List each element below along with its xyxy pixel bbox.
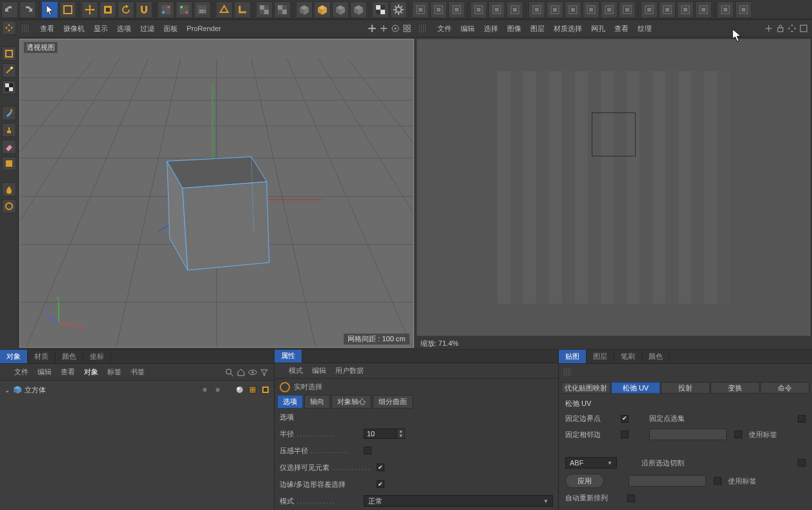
tab-materials[interactable]: 材质 (28, 350, 56, 363)
uv-menu[interactable]: 查看 (614, 24, 629, 34)
tab-coords[interactable]: 坐标 (83, 350, 111, 363)
viewport-3d[interactable]: 透视视图 (19, 39, 414, 348)
scale-button[interactable] (99, 1, 116, 18)
uv-menu[interactable]: 网孔 (591, 24, 605, 34)
plane-button[interactable] (216, 1, 233, 18)
sq4-button[interactable] (470, 1, 487, 18)
nav-orbit-icon[interactable] (391, 24, 400, 33)
attr-menu[interactable]: 用户数据 (335, 366, 364, 376)
attr-tab-axis[interactable]: 轴向 (304, 395, 330, 409)
flag2-button[interactable] (274, 1, 291, 18)
obj-menu[interactable]: 文件 (14, 367, 28, 377)
uv-tab-layers[interactable]: 图层 (587, 350, 614, 363)
warp1-button[interactable] (528, 1, 545, 18)
uv-subtab-commands[interactable]: 命令 (760, 382, 809, 394)
circ-tool[interactable] (2, 199, 16, 213)
checker-button[interactable] (372, 1, 389, 18)
eye-icon[interactable] (248, 368, 257, 377)
uvw-tag-icon[interactable] (248, 385, 257, 394)
phong-tag-icon[interactable] (235, 385, 244, 394)
uv-subtab-transform[interactable]: 变换 (711, 382, 760, 394)
attr-menu[interactable]: 编辑 (312, 366, 326, 376)
autoarrange-checkbox[interactable] (627, 494, 635, 502)
eraser-tool[interactable] (2, 140, 16, 154)
radius-input[interactable]: ▲▼ (364, 429, 405, 439)
uv-menu[interactable]: 纹理 (638, 24, 652, 34)
sq2-button[interactable] (430, 1, 447, 18)
uv-tab-colors[interactable]: 颜色 (642, 350, 670, 363)
uv-menu[interactable]: 编辑 (461, 24, 475, 34)
sq-tool[interactable] (2, 156, 16, 171)
warp4-button[interactable] (583, 1, 599, 18)
obj-menu[interactable]: 查看 (61, 367, 75, 377)
wand-tool[interactable] (2, 63, 16, 78)
uv-menu[interactable]: 图层 (530, 24, 545, 34)
uv-nav-icon[interactable] (764, 24, 773, 33)
axis-xz-button[interactable] (176, 1, 193, 18)
circle1-button[interactable] (717, 1, 734, 18)
attr-tab-sds[interactable]: 细分曲面 (373, 395, 413, 409)
cube-b-button[interactable] (332, 1, 349, 18)
alongsel-checkbox[interactable] (798, 459, 806, 467)
grid3-button[interactable] (677, 1, 694, 18)
warp5-button[interactable] (601, 1, 618, 18)
grid1-button[interactable] (641, 1, 658, 18)
vp-menu[interactable]: 过滤 (140, 24, 154, 34)
cube-a-button[interactable] (296, 1, 313, 18)
sq5-button[interactable] (488, 1, 505, 18)
axis-3d-button[interactable]: 3D (194, 1, 211, 18)
uv-menu[interactable]: 图像 (507, 24, 521, 34)
uv-subtab-relax[interactable]: 松弛 UV (611, 382, 660, 394)
object-name[interactable]: 立方体 (25, 385, 46, 395)
vp-menu[interactable]: ProRender (187, 25, 221, 32)
axis-xy-button[interactable] (158, 1, 174, 18)
vis-render-dot-icon[interactable] (213, 385, 222, 394)
frame-button[interactable] (59, 1, 76, 18)
mode-select[interactable]: 正常 ▼ (364, 495, 553, 507)
sq3-button[interactable] (448, 1, 465, 18)
uv-menu[interactable]: 材质选择 (554, 24, 582, 34)
vp-menu[interactable]: 摄像机 (63, 24, 85, 34)
uv-lock-icon[interactable] (776, 24, 785, 33)
brush-tool[interactable] (2, 106, 16, 120)
uv-menu[interactable]: 选择 (484, 24, 498, 34)
l-shape-button[interactable] (234, 1, 251, 18)
fixadj-checkbox[interactable] (621, 430, 629, 438)
vis-editor-dot-icon[interactable] (200, 385, 209, 394)
usetag1-checkbox[interactable] (734, 430, 742, 438)
uv-move-icon[interactable] (787, 24, 796, 33)
fixpoint-checkbox[interactable] (798, 415, 806, 423)
cursor-button[interactable] (41, 1, 58, 18)
obj-menu[interactable]: 标签 (107, 367, 121, 377)
add-node-tool[interactable] (2, 21, 16, 35)
spinner-icon[interactable]: ▲▼ (397, 429, 405, 439)
circle2-button[interactable] (735, 1, 752, 18)
vp-menu[interactable]: 显示 (94, 24, 108, 34)
apply-button[interactable]: 应用 (565, 474, 604, 488)
uv-subtab-optimize[interactable]: 优化贴图映射 (561, 382, 610, 394)
nav-zoom-icon[interactable] (379, 24, 388, 33)
fixborder-checkbox[interactable] (621, 415, 629, 423)
grid2-button[interactable] (659, 1, 676, 18)
funnel-icon[interactable] (260, 368, 269, 377)
undo-button[interactable] (1, 1, 18, 18)
nav-layout-icon[interactable] (402, 24, 411, 33)
pointsel-field[interactable] (649, 429, 727, 440)
pressure-checkbox[interactable] (364, 447, 371, 454)
flag1-button[interactable] (256, 1, 273, 18)
attr-tab-options[interactable]: 选项 (277, 395, 303, 409)
grid4-button[interactable] (695, 1, 712, 18)
method-select[interactable]: ABF ▼ (565, 457, 617, 469)
viewport-uv[interactable] (417, 39, 811, 336)
expand-icon[interactable]: ⌄ (4, 387, 10, 394)
checker-tool[interactable] (2, 80, 16, 94)
uv-tab-texture[interactable]: 贴图 (559, 350, 587, 363)
attr-menu[interactable]: 模式 (289, 366, 303, 376)
warp3-button[interactable] (565, 1, 581, 18)
gear-button[interactable] (390, 1, 407, 18)
attr-tab-objaxis[interactable]: 对象轴心 (331, 395, 371, 409)
obj-menu[interactable]: 书签 (130, 367, 145, 377)
vp-menu[interactable]: 查看 (40, 24, 54, 34)
uv-tab-brush[interactable]: 笔刷 (614, 350, 642, 363)
rotate-button[interactable] (118, 1, 134, 18)
